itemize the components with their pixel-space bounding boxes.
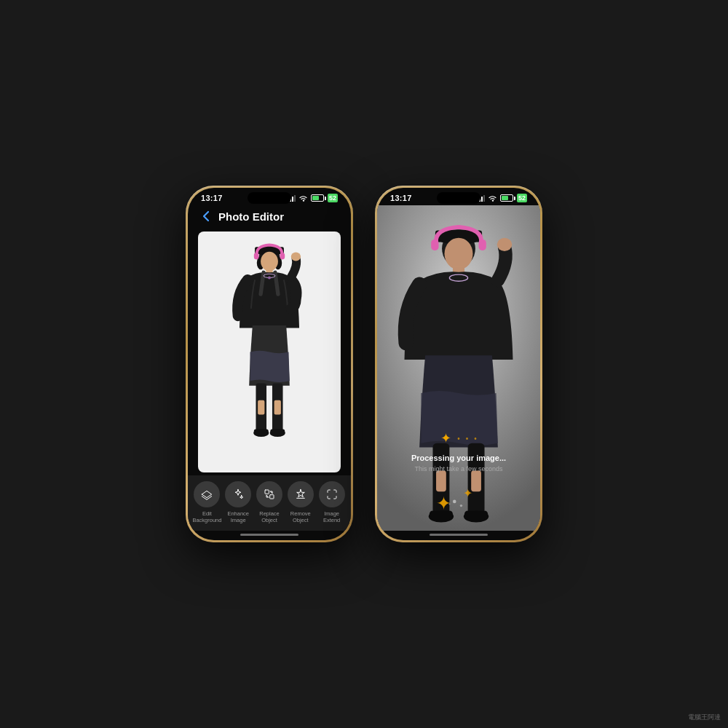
- sparkle-dot: •: [457, 435, 460, 443]
- svg-point-40: [497, 238, 513, 251]
- svg-rect-28: [431, 240, 438, 250]
- svg-point-45: [460, 505, 462, 507]
- extend-icon: [319, 481, 345, 507]
- processed-image: ✦ ✦: [377, 205, 540, 531]
- svg-rect-29: [479, 240, 486, 250]
- wifi-icon-right: [488, 194, 497, 202]
- svg-point-20: [268, 277, 271, 280]
- home-indicator-right: [430, 534, 488, 536]
- tool-remove-object[interactable]: Remove Object: [285, 481, 315, 523]
- svg-rect-13: [274, 400, 281, 415]
- remove-icon: [288, 481, 314, 507]
- tool-edit-background-label: Edit Background: [192, 510, 221, 523]
- watermark: 電腦王阿達: [688, 713, 721, 722]
- svg-point-30: [445, 238, 473, 270]
- person-figure-left: [198, 232, 341, 472]
- svg-rect-22: [270, 495, 274, 499]
- nav-bar-left: Photo Editor: [188, 205, 351, 229]
- right-phone: 13:17 🔇: [375, 186, 542, 542]
- svg-rect-17: [270, 429, 285, 435]
- toolbar-left: Edit Background Enhance Image: [188, 475, 351, 531]
- svg-rect-34: [436, 470, 446, 491]
- svg-rect-15: [254, 429, 269, 435]
- battery-icon-right: 52: [500, 194, 527, 202]
- tool-enhance-image[interactable]: Enhance Image: [223, 481, 253, 523]
- replace-icon: [256, 481, 282, 507]
- left-phone: 13:17 🔇: [186, 186, 353, 542]
- processing-title: Processing your image...: [411, 454, 506, 462]
- svg-rect-7: [280, 253, 285, 259]
- tool-enhance-image-label: Enhance Image: [227, 510, 249, 523]
- tool-remove-object-label: Remove Object: [290, 510, 311, 523]
- tool-image-extend[interactable]: Image Extend: [317, 481, 347, 523]
- home-indicator-left: [240, 534, 298, 536]
- processing-subtitle: This might take a few seconds: [414, 465, 502, 472]
- sparkle-container: ✦ • • •: [440, 430, 477, 446]
- tool-image-extend-label: Image Extend: [323, 510, 340, 523]
- sparkle-icon-left: ✦: [440, 430, 451, 446]
- enhance-icon: [225, 481, 251, 507]
- time-right: 13:17: [390, 194, 412, 202]
- layers-icon: [194, 481, 220, 507]
- svg-point-18: [291, 252, 301, 261]
- battery-icon-left: 52: [311, 194, 338, 202]
- processing-overlay: ✦ • • • Processing your image... This mi…: [377, 430, 540, 472]
- tool-replace-object[interactable]: Replace Object: [255, 481, 285, 523]
- dynamic-island-right: [437, 192, 480, 204]
- sparkle-dot2: •: [466, 435, 469, 443]
- back-button-left[interactable]: [198, 208, 214, 224]
- dynamic-island-left: [248, 192, 291, 204]
- nav-title-left: Photo Editor: [218, 210, 284, 223]
- svg-rect-6: [254, 253, 259, 259]
- time-left: 13:17: [201, 194, 223, 202]
- svg-rect-35: [471, 470, 481, 491]
- svg-point-8: [261, 252, 278, 271]
- tool-replace-object-label: Replace Object: [259, 510, 280, 523]
- tool-edit-background[interactable]: Edit Background: [192, 481, 222, 523]
- photo-area-left: [188, 229, 351, 475]
- sparkle-dot3: •: [474, 435, 477, 443]
- svg-point-46: [448, 503, 450, 505]
- photo-right: ✦ ✦ ✦ • • • Processing your image... Th: [377, 205, 540, 531]
- svg-rect-12: [258, 400, 264, 415]
- svg-rect-21: [265, 490, 269, 494]
- photo-left: [198, 232, 341, 472]
- photo-area-right: ✦ ✦ ✦ • • • Processing your image... Th: [377, 205, 540, 531]
- wifi-icon-left: [298, 194, 308, 202]
- svg-text:✦: ✦: [463, 486, 472, 499]
- svg-rect-39: [464, 510, 488, 518]
- svg-point-44: [453, 500, 456, 504]
